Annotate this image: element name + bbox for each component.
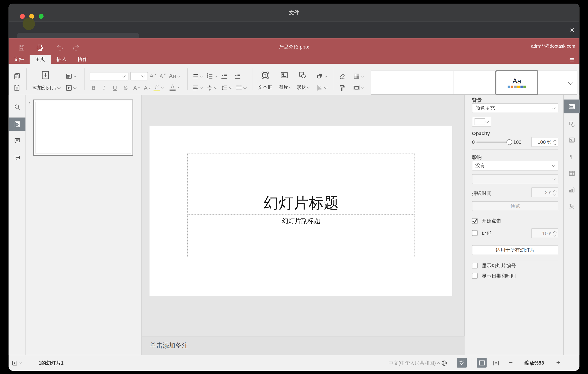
line-spacing-button[interactable]: [221, 84, 232, 92]
start-slideshow-button[interactable]: [65, 84, 76, 92]
tab-collaboration[interactable]: 协作: [74, 55, 91, 64]
opacity-slider-knob[interactable]: [506, 139, 512, 145]
bullets-button[interactable]: [192, 72, 203, 80]
tab-insert[interactable]: 插入: [53, 55, 70, 64]
language-selector[interactable]: 中文(中华人民共和国): [389, 360, 440, 366]
spellcheck-button[interactable]: ABC: [457, 358, 467, 368]
font-decrease-button[interactable]: A▼: [159, 73, 167, 79]
insert-shape-button[interactable]: [298, 70, 307, 80]
horizontal-align-button[interactable]: [192, 84, 203, 92]
theme-gallery-expand-button[interactable]: [564, 71, 577, 94]
chevron-down-icon: [485, 119, 489, 123]
close-icon[interactable]: ×: [567, 25, 577, 35]
clear-style-button[interactable]: [338, 72, 346, 80]
underline-button[interactable]: U: [113, 85, 117, 91]
right-sidebar-rail: ¶ Ta: [563, 95, 579, 355]
rail-item-table-settings[interactable]: [564, 166, 580, 181]
delay-input-disabled[interactable]: 10 s: [531, 228, 558, 238]
tab-file[interactable]: 文件: [10, 55, 27, 64]
opacity-value-input[interactable]: 100 %: [531, 137, 558, 147]
fit-to-width-button[interactable]: [492, 360, 500, 367]
highlight-color-button[interactable]: [154, 84, 163, 91]
superscript-button[interactable]: A2: [133, 85, 140, 91]
numbering-button[interactable]: 123: [206, 72, 217, 80]
show-slide-number-checkbox[interactable]: [472, 263, 478, 268]
start-slideshow-status-button[interactable]: [11, 360, 21, 366]
slide-page[interactable]: 幻灯片标题 幻灯片副标题: [149, 126, 452, 296]
copy-style-button[interactable]: [338, 84, 346, 92]
hamburger-menu-icon[interactable]: [568, 57, 576, 63]
show-slide-number-label: 显示幻灯片编号: [482, 262, 516, 269]
start-on-click-checkbox[interactable]: [472, 218, 478, 224]
insert-shape-label[interactable]: 形状: [297, 84, 309, 91]
add-slide-button[interactable]: [41, 70, 51, 80]
rail-item-textart-settings[interactable]: Ta: [564, 199, 580, 214]
set-language-button[interactable]: [441, 360, 448, 367]
sidebar-item-chat[interactable]: [9, 151, 26, 165]
insert-image-label[interactable]: 图片: [279, 84, 291, 91]
background-fill-select[interactable]: 颜色填充: [472, 103, 558, 113]
strikethrough-button[interactable]: S: [124, 85, 128, 91]
increase-indent-button[interactable]: [234, 72, 242, 80]
sidebar-item-search[interactable]: [9, 99, 26, 115]
subtitle-placeholder[interactable]: 幻灯片副标题: [188, 215, 415, 257]
slide-layout-icon: [65, 72, 73, 80]
paste-button[interactable]: [13, 84, 21, 92]
change-case-button[interactable]: Aa: [169, 73, 180, 80]
italic-button[interactable]: I: [103, 85, 105, 91]
duration-input-disabled[interactable]: 2 s: [531, 187, 558, 197]
opacity-slider-track[interactable]: [476, 142, 510, 143]
arrange-shape-button[interactable]: [316, 72, 327, 80]
fit-to-slide-button[interactable]: [477, 358, 487, 368]
decrease-indent-button[interactable]: [220, 72, 228, 80]
insert-image-button[interactable]: [280, 70, 289, 80]
spinner-arrows[interactable]: [554, 139, 556, 145]
theme-option[interactable]: [454, 71, 496, 94]
preview-button[interactable]: 预览: [472, 201, 558, 211]
title-placeholder[interactable]: 幻灯片标题: [188, 154, 415, 215]
rail-item-slide-settings[interactable]: [564, 99, 580, 113]
comment-icon: [13, 137, 21, 145]
columns-button[interactable]: [235, 84, 246, 92]
theme-option[interactable]: [538, 71, 564, 94]
add-slide-label[interactable]: 添加幻灯片: [32, 85, 60, 91]
effect-type-select-disabled[interactable]: [472, 174, 558, 184]
insert-textbox-button[interactable]: [261, 70, 270, 80]
apply-to-all-slides-button[interactable]: 适用于所有幻灯片: [472, 245, 558, 255]
align-shape-button[interactable]: [316, 84, 327, 92]
zoom-in-button[interactable]: +: [556, 359, 560, 367]
copy-button[interactable]: [13, 72, 21, 80]
slide-layout-button[interactable]: [65, 72, 76, 80]
sidebar-item-comments[interactable]: [9, 133, 26, 148]
rail-item-image-settings[interactable]: [564, 133, 580, 148]
vertical-align-button[interactable]: [206, 84, 217, 92]
slide-size-button[interactable]: [353, 84, 364, 92]
effect-select[interactable]: 没有: [472, 161, 558, 170]
font-increase-button[interactable]: A▲: [149, 73, 157, 80]
subscript-button[interactable]: A2: [144, 85, 151, 91]
font-color-button[interactable]: A: [169, 84, 179, 91]
sidebar-item-slides[interactable]: [9, 117, 26, 131]
zoom-out-button[interactable]: −: [508, 359, 513, 367]
slide-thumbnail-selected[interactable]: [33, 99, 133, 156]
bold-button[interactable]: B: [91, 85, 95, 91]
rail-item-shape-settings[interactable]: [564, 117, 580, 132]
insert-textbox-label[interactable]: 文本框: [258, 84, 272, 91]
background-color-select[interactable]: [472, 117, 491, 127]
workspace: 1 幻灯片标题 幻灯片副标题 单击添加备注 背景 颜色填充: [9, 95, 579, 355]
theme-option[interactable]: [412, 71, 454, 94]
delay-checkbox[interactable]: [472, 230, 478, 236]
tab-home[interactable]: 主页: [30, 55, 51, 64]
show-date-time-checkbox[interactable]: [472, 273, 478, 278]
theme-option[interactable]: [371, 71, 412, 94]
rail-item-paragraph-settings[interactable]: ¶: [564, 149, 580, 164]
notes-area[interactable]: 单击添加备注: [142, 336, 464, 355]
theme-option-selected[interactable]: Aa: [496, 71, 538, 94]
bullets-icon: [192, 72, 199, 80]
font-size-select[interactable]: [130, 72, 148, 80]
shape-fill-button[interactable]: [353, 72, 364, 80]
spinner-arrows[interactable]: [554, 189, 556, 195]
rail-item-chart-settings[interactable]: [564, 183, 580, 198]
font-name-select[interactable]: [90, 72, 128, 80]
spinner-arrows[interactable]: [554, 231, 556, 236]
